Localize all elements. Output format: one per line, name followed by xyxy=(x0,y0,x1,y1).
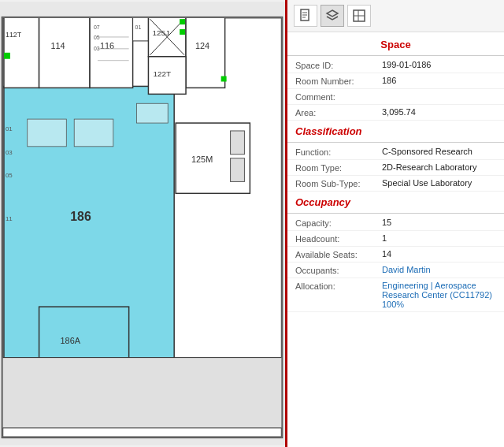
section-title-space: Space xyxy=(287,32,504,54)
value-function: C-Sponsored Research xyxy=(382,147,496,156)
label-room-number: Room Number: xyxy=(295,76,382,86)
svg-rect-43 xyxy=(2,358,282,428)
grid-btn[interactable] xyxy=(347,5,371,27)
svg-text:112T: 112T xyxy=(6,31,22,39)
value-room-subtype: Special Use Laboratory xyxy=(382,178,496,188)
svg-text:01: 01 xyxy=(135,24,142,30)
floor-plan[interactable]: 186 186A 112T 114 116 07 05 03 01 125J xyxy=(0,0,287,447)
prop-occupants: Occupants: David Martin xyxy=(287,263,504,278)
svg-text:03: 03 xyxy=(94,46,100,51)
svg-marker-50 xyxy=(327,10,338,17)
svg-text:125J: 125J xyxy=(152,28,169,37)
svg-text:11: 11 xyxy=(6,215,13,222)
value-capacity: 15 xyxy=(382,218,496,227)
section-classification: Classification xyxy=(287,121,504,140)
label-available-seats: Available Seats: xyxy=(295,249,382,259)
svg-rect-8 xyxy=(4,53,10,59)
svg-rect-24 xyxy=(186,17,225,88)
svg-text:124: 124 xyxy=(195,41,209,50)
prop-space-id: Space ID: 199-01-0186 xyxy=(287,58,504,73)
svg-rect-26 xyxy=(221,76,227,82)
svg-text:05: 05 xyxy=(94,35,100,40)
svg-text:186A: 186A xyxy=(61,336,81,345)
label-comment: Comment: xyxy=(295,91,382,102)
svg-rect-38 xyxy=(74,119,113,147)
value-available-seats: 14 xyxy=(382,249,496,259)
svg-rect-23 xyxy=(180,29,185,35)
label-capacity: Capacity: xyxy=(295,218,382,228)
label-headcount: Headcount: xyxy=(295,233,382,244)
prop-area: Area: 3,095.74 xyxy=(287,105,504,121)
svg-text:186: 186 xyxy=(70,210,91,223)
label-space-id: Space ID: xyxy=(295,60,382,70)
properties-content: Space Space ID: 199-01-0186 Room Number:… xyxy=(287,32,504,447)
document-btn[interactable] xyxy=(294,5,317,27)
svg-rect-37 xyxy=(28,119,67,147)
prop-headcount: Headcount: 1 xyxy=(287,231,504,247)
prop-comment: Comment: xyxy=(287,89,504,105)
label-function: Function: xyxy=(295,147,382,157)
svg-text:114: 114 xyxy=(50,41,65,50)
label-room-subtype: Room Sub-Type: xyxy=(295,178,382,188)
svg-text:125M: 125M xyxy=(191,155,213,164)
svg-rect-22 xyxy=(180,19,185,24)
label-occupants: Occupants: xyxy=(295,265,382,275)
prop-room-subtype: Room Sub-Type: Special Use Laboratory xyxy=(287,176,504,192)
value-room-type: 2D-Research Laboratory xyxy=(382,162,496,172)
prop-function: Function: C-Sponsored Research xyxy=(287,144,504,160)
prop-capacity: Capacity: 15 xyxy=(287,215,504,231)
property-panel: Space Space ID: 199-01-0186 Room Number:… xyxy=(287,0,504,447)
layers-btn[interactable] xyxy=(321,5,344,27)
prop-allocation: Allocation: Engineering | Aerospace Rese… xyxy=(287,278,504,312)
toolbar xyxy=(287,0,504,32)
svg-text:07: 07 xyxy=(94,24,100,30)
svg-rect-36 xyxy=(137,103,169,123)
svg-rect-35 xyxy=(231,158,245,182)
value-area: 3,095.74 xyxy=(382,107,496,117)
prop-available-seats: Available Seats: 14 xyxy=(287,247,504,263)
value-space-id: 199-01-0186 xyxy=(382,60,496,69)
svg-text:05: 05 xyxy=(6,172,13,179)
label-allocation: Allocation: xyxy=(295,281,382,291)
prop-room-type: Room Type: 2D-Research Laboratory xyxy=(287,160,504,176)
svg-rect-9 xyxy=(39,17,90,88)
svg-text:01: 01 xyxy=(6,125,13,132)
value-room-number: 186 xyxy=(382,76,496,85)
value-occupants[interactable]: David Martin xyxy=(382,265,496,274)
label-room-type: Room Type: xyxy=(295,162,382,173)
value-headcount: 1 xyxy=(382,233,496,243)
section-occupancy: Occupancy xyxy=(287,192,504,211)
value-allocation[interactable]: Engineering | Aerospace Research Center … xyxy=(382,281,496,309)
svg-rect-34 xyxy=(231,131,245,155)
prop-room-number: Room Number: 186 xyxy=(287,73,504,89)
label-area: Area: xyxy=(295,107,382,117)
svg-text:03: 03 xyxy=(6,149,13,156)
svg-text:122T: 122T xyxy=(153,69,171,78)
